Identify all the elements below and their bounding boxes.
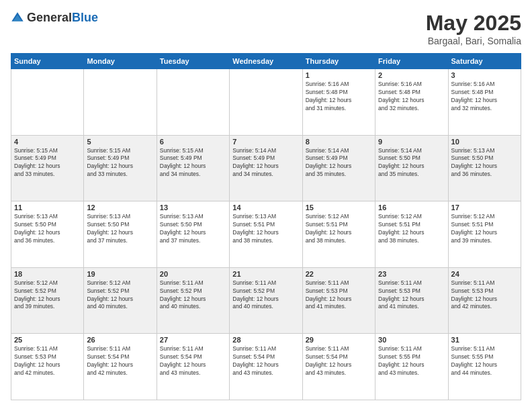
day-info: Sunrise: 5:11 AM Sunset: 5:53 PM Dayligh…	[378, 279, 445, 312]
day-info: Sunrise: 5:13 AM Sunset: 5:51 PM Dayligh…	[232, 213, 299, 245]
calendar-week-row: 1Sunrise: 5:16 AM Sunset: 5:48 PM Daylig…	[11, 69, 521, 136]
calendar-cell: 6Sunrise: 5:15 AM Sunset: 5:49 PM Daylig…	[157, 135, 229, 201]
calendar-cell: 11Sunrise: 5:13 AM Sunset: 5:50 PM Dayli…	[11, 201, 84, 268]
day-number: 25	[14, 336, 81, 344]
day-number: 11	[14, 203, 81, 212]
day-info: Sunrise: 5:13 AM Sunset: 5:50 PM Dayligh…	[87, 213, 153, 245]
day-number: 28	[232, 336, 299, 344]
day-number: 14	[232, 203, 299, 212]
day-number: 2	[378, 71, 445, 79]
day-info: Sunrise: 5:13 AM Sunset: 5:50 PM Dayligh…	[14, 213, 81, 245]
day-header-friday: Friday	[375, 54, 448, 69]
logo-text: GeneralBlue	[27, 11, 98, 25]
location: Bargaal, Bari, Somalia	[426, 36, 521, 46]
day-number: 26	[87, 336, 153, 344]
day-number: 8	[306, 138, 372, 146]
day-header-wednesday: Wednesday	[230, 54, 302, 69]
calendar-cell: 9Sunrise: 5:14 AM Sunset: 5:50 PM Daylig…	[375, 135, 448, 201]
calendar-cell: 8Sunrise: 5:14 AM Sunset: 5:49 PM Daylig…	[302, 135, 375, 201]
day-info: Sunrise: 5:11 AM Sunset: 5:54 PM Dayligh…	[306, 345, 372, 377]
calendar-cell: 27Sunrise: 5:11 AM Sunset: 5:54 PM Dayli…	[157, 334, 229, 400]
calendar-cell: 26Sunrise: 5:11 AM Sunset: 5:54 PM Dayli…	[84, 334, 157, 400]
day-info: Sunrise: 5:11 AM Sunset: 5:52 PM Dayligh…	[160, 279, 226, 312]
calendar-cell: 23Sunrise: 5:11 AM Sunset: 5:53 PM Dayli…	[375, 267, 448, 334]
calendar-cell: 2Sunrise: 5:16 AM Sunset: 5:48 PM Daylig…	[375, 69, 448, 136]
day-info: Sunrise: 5:14 AM Sunset: 5:49 PM Dayligh…	[232, 147, 299, 179]
calendar-cell: 24Sunrise: 5:11 AM Sunset: 5:53 PM Dayli…	[448, 267, 521, 334]
day-info: Sunrise: 5:11 AM Sunset: 5:53 PM Dayligh…	[306, 279, 372, 312]
day-info: Sunrise: 5:12 AM Sunset: 5:52 PM Dayligh…	[14, 279, 81, 312]
day-number: 7	[232, 138, 299, 146]
day-number: 29	[306, 336, 372, 344]
day-number: 18	[14, 270, 81, 278]
header: GeneralBlue May 2025 Bargaal, Bari, Soma…	[11, 11, 521, 46]
calendar-week-row: 11Sunrise: 5:13 AM Sunset: 5:50 PM Dayli…	[11, 201, 521, 268]
day-info: Sunrise: 5:15 AM Sunset: 5:49 PM Dayligh…	[87, 147, 153, 179]
day-number: 19	[87, 270, 153, 278]
calendar-week-row: 25Sunrise: 5:11 AM Sunset: 5:53 PM Dayli…	[11, 334, 521, 400]
title-block: May 2025 Bargaal, Bari, Somalia	[426, 11, 521, 46]
day-info: Sunrise: 5:11 AM Sunset: 5:55 PM Dayligh…	[451, 345, 518, 377]
day-number: 9	[378, 138, 445, 146]
calendar-cell: 3Sunrise: 5:16 AM Sunset: 5:48 PM Daylig…	[448, 69, 521, 136]
calendar-week-row: 18Sunrise: 5:12 AM Sunset: 5:52 PM Dayli…	[11, 267, 521, 334]
day-number: 4	[14, 138, 81, 146]
calendar-cell: 7Sunrise: 5:14 AM Sunset: 5:49 PM Daylig…	[230, 135, 302, 201]
calendar-cell: 5Sunrise: 5:15 AM Sunset: 5:49 PM Daylig…	[84, 135, 157, 201]
calendar-cell	[157, 69, 229, 136]
calendar-cell: 14Sunrise: 5:13 AM Sunset: 5:51 PM Dayli…	[230, 201, 302, 268]
day-number: 23	[378, 270, 445, 278]
day-info: Sunrise: 5:12 AM Sunset: 5:51 PM Dayligh…	[451, 213, 518, 245]
calendar-cell: 4Sunrise: 5:15 AM Sunset: 5:49 PM Daylig…	[11, 135, 84, 201]
day-number: 24	[451, 270, 518, 278]
day-number: 30	[378, 336, 445, 344]
day-info: Sunrise: 5:11 AM Sunset: 5:55 PM Dayligh…	[378, 345, 445, 377]
calendar-header-row: SundayMondayTuesdayWednesdayThursdayFrid…	[11, 54, 521, 69]
day-number: 1	[306, 71, 372, 79]
day-number: 13	[160, 203, 226, 212]
day-info: Sunrise: 5:11 AM Sunset: 5:54 PM Dayligh…	[232, 345, 299, 377]
day-number: 3	[451, 71, 518, 79]
day-header-saturday: Saturday	[448, 54, 521, 69]
day-number: 6	[160, 138, 226, 146]
day-number: 21	[232, 270, 299, 278]
calendar-cell: 28Sunrise: 5:11 AM Sunset: 5:54 PM Dayli…	[230, 334, 302, 400]
day-number: 17	[451, 203, 518, 212]
day-header-tuesday: Tuesday	[157, 54, 229, 69]
day-info: Sunrise: 5:15 AM Sunset: 5:49 PM Dayligh…	[160, 147, 226, 179]
calendar-cell: 30Sunrise: 5:11 AM Sunset: 5:55 PM Dayli…	[375, 334, 448, 400]
day-number: 12	[87, 203, 153, 212]
calendar-cell: 1Sunrise: 5:16 AM Sunset: 5:48 PM Daylig…	[302, 69, 375, 136]
calendar-cell	[230, 69, 302, 136]
day-info: Sunrise: 5:11 AM Sunset: 5:54 PM Dayligh…	[160, 345, 226, 377]
calendar-table: SundayMondayTuesdayWednesdayThursdayFrid…	[11, 53, 521, 400]
logo-general: General	[27, 11, 72, 24]
day-number: 5	[87, 138, 153, 146]
day-info: Sunrise: 5:15 AM Sunset: 5:49 PM Dayligh…	[14, 147, 81, 179]
day-number: 31	[451, 336, 518, 344]
day-info: Sunrise: 5:12 AM Sunset: 5:51 PM Dayligh…	[306, 213, 372, 245]
calendar-cell: 31Sunrise: 5:11 AM Sunset: 5:55 PM Dayli…	[448, 334, 521, 400]
day-header-thursday: Thursday	[302, 54, 375, 69]
day-info: Sunrise: 5:12 AM Sunset: 5:51 PM Dayligh…	[378, 213, 445, 245]
day-number: 10	[451, 138, 518, 146]
day-info: Sunrise: 5:11 AM Sunset: 5:53 PM Dayligh…	[451, 279, 518, 312]
calendar-week-row: 4Sunrise: 5:15 AM Sunset: 5:49 PM Daylig…	[11, 135, 521, 201]
calendar-cell	[11, 69, 84, 136]
day-number: 27	[160, 336, 226, 344]
day-info: Sunrise: 5:16 AM Sunset: 5:48 PM Dayligh…	[378, 81, 445, 113]
day-number: 15	[306, 203, 372, 212]
logo-icon	[11, 11, 24, 25]
day-info: Sunrise: 5:14 AM Sunset: 5:50 PM Dayligh…	[378, 147, 445, 179]
page: GeneralBlue May 2025 Bargaal, Bari, Soma…	[0, 0, 532, 411]
month-title: May 2025	[426, 11, 521, 36]
day-info: Sunrise: 5:14 AM Sunset: 5:49 PM Dayligh…	[306, 147, 372, 179]
day-info: Sunrise: 5:11 AM Sunset: 5:53 PM Dayligh…	[14, 345, 81, 377]
day-number: 22	[306, 270, 372, 278]
day-number: 16	[378, 203, 445, 212]
calendar-cell: 21Sunrise: 5:11 AM Sunset: 5:52 PM Dayli…	[230, 267, 302, 334]
day-info: Sunrise: 5:11 AM Sunset: 5:52 PM Dayligh…	[232, 279, 299, 312]
calendar-cell: 25Sunrise: 5:11 AM Sunset: 5:53 PM Dayli…	[11, 334, 84, 400]
day-info: Sunrise: 5:11 AM Sunset: 5:54 PM Dayligh…	[87, 345, 153, 377]
day-number: 20	[160, 270, 226, 278]
